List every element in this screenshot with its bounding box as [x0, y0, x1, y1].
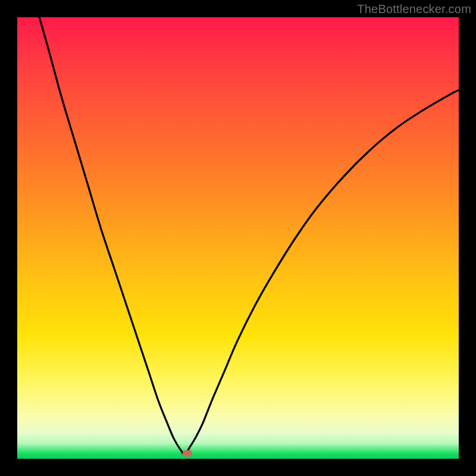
curve-path — [39, 17, 459, 455]
optimal-point-marker — [183, 450, 192, 457]
chart-frame: TheBottlenecker.com — [0, 0, 476, 476]
bottleneck-curve — [17, 17, 459, 459]
plot-area — [17, 17, 459, 459]
attribution-text: TheBottlenecker.com — [357, 2, 471, 16]
